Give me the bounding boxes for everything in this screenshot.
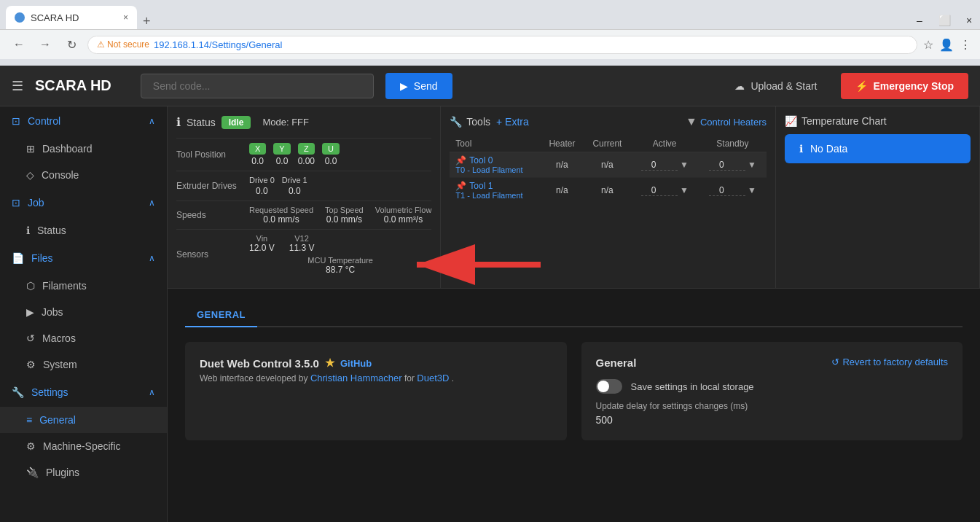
u-coord-block: U 0.0	[322, 143, 340, 166]
tool-position-label: Tool Position	[176, 149, 249, 160]
plugins-icon: 🔌	[26, 467, 39, 478]
back-button[interactable]: ←	[9, 34, 29, 55]
tool1-standby-dropdown[interactable]: ▼	[748, 185, 756, 195]
settings-card-general: General ↺ Revert to factory defaults Sav…	[581, 342, 963, 440]
drive1-label: Drive 1	[282, 176, 307, 184]
tool1-sub[interactable]: T1 - Load Filament	[455, 191, 534, 200]
sidebar-item-console[interactable]: ◇ Console	[0, 162, 167, 188]
dropdown-arrow: ▼	[686, 115, 697, 128]
close-button[interactable]: ×	[958, 12, 980, 29]
tool1-active-input[interactable]	[641, 185, 678, 196]
extruder-values: Drive 0 0.0 Drive 1 0.0	[249, 176, 431, 196]
filaments-label: Filaments	[42, 280, 87, 292]
settings-tab-general[interactable]: GENERAL	[185, 303, 257, 327]
send-code-input[interactable]	[141, 74, 374, 98]
sidebar-item-filaments[interactable]: ⬡ Filaments	[0, 273, 167, 299]
sidebar-group-settings[interactable]: 🔧 Settings ∧	[0, 378, 167, 407]
tool0-active-input[interactable]	[641, 160, 678, 171]
forward-button[interactable]: →	[35, 34, 55, 55]
update-delay-label: Update delay for settings changes (ms)	[596, 401, 949, 411]
machine-label: Machine-Specific	[43, 440, 121, 452]
settings-chevron: ∧	[149, 387, 155, 397]
sensors-label: Sensors	[176, 249, 249, 260]
tool1-cell: 📌 Tool 1 T1 - Load Filament	[450, 178, 540, 203]
not-secure-label: ⚠ Not secure	[97, 39, 149, 50]
sidebar-group-files[interactable]: 📄 Files ∧	[0, 244, 167, 273]
v12-block: V12 11.3 V	[289, 234, 315, 253]
sidebar-item-machine-specific[interactable]: ⚙ Machine-Specific	[0, 433, 167, 459]
general-icon: ≡	[26, 414, 32, 426]
new-tab-button[interactable]: +	[137, 14, 157, 29]
tool0-sub[interactable]: T0 - Load Filament	[455, 165, 534, 174]
author-link[interactable]: Christian Hammacher	[310, 373, 402, 383]
tools-table: Tool Heater Current Active Standby	[450, 136, 767, 203]
sidebar-item-plugins[interactable]: 🔌 Plugins	[0, 459, 167, 486]
sidebar-group-job[interactable]: ⊡ Job ∧	[0, 188, 167, 217]
control-heaters-button[interactable]: Control Heaters	[700, 117, 767, 128]
col-tool: Tool	[450, 136, 540, 152]
browser-tab[interactable]: SCARA HD ×	[6, 6, 137, 29]
browser-chrome: SCARA HD × + – ⬜ × ← → ↻ ⚠ Not secure 19…	[0, 0, 980, 66]
profile-button[interactable]: 👤	[939, 38, 954, 52]
z-coord-button[interactable]: Z	[298, 143, 315, 155]
settings-section: GENERAL Duet Web Control 3.5.0 ★ GitHub …	[168, 289, 980, 522]
address-bar[interactable]: ⚠ Not secure 192.168.1.14/Settings/Gener…	[87, 36, 917, 54]
temp-panel: 📈 Temperature Chart ℹ No Data	[776, 106, 980, 288]
tool0-active-dropdown[interactable]: ▼	[680, 160, 689, 170]
main-layout: ⊡ Control ∧ ⊞ Dashboard ◇ Console ⊡ Job …	[0, 106, 980, 522]
emergency-stop-button[interactable]: ⚡ Emergency Stop	[841, 73, 968, 99]
col-current: Current	[584, 136, 630, 152]
settings-card-dwc: Duet Web Control 3.5.0 ★ GitHub Web inte…	[185, 342, 567, 440]
tool0-standby-dropdown[interactable]: ▼	[748, 160, 756, 170]
tool0-current: n/a	[584, 152, 630, 178]
tool1-active-dropdown[interactable]: ▼	[680, 185, 689, 195]
vol-flow-value: 0.0 mm³/s	[384, 214, 423, 225]
hamburger-icon[interactable]: ☰	[12, 78, 23, 94]
tool0-standby-input[interactable]	[709, 160, 745, 171]
sidebar-item-dashboard[interactable]: ⊞ Dashboard	[0, 136, 167, 162]
tab-title: SCARA HD	[31, 12, 79, 23]
card2-title: General	[596, 357, 637, 369]
job-icon: ⊡	[12, 197, 20, 209]
sidebar-item-jobs[interactable]: ▶ Jobs	[0, 299, 167, 325]
github-link[interactable]: GitHub	[340, 358, 372, 369]
u-coord-button[interactable]: U	[322, 143, 340, 155]
menu-button[interactable]: ⋮	[960, 38, 971, 52]
chart-icon: 📈	[785, 115, 797, 127]
plugins-label: Plugins	[46, 467, 79, 478]
card1-subtitle: Web interface developed by Christian Ham…	[200, 373, 552, 383]
req-speed-label: Requested Speed	[249, 206, 313, 214]
no-data-box: ℹ No Data	[785, 134, 971, 163]
req-speed-value: 0.0 mm/s	[263, 214, 299, 225]
y-coord-button[interactable]: Y	[273, 143, 290, 155]
tool0-standby-cell: ▼	[699, 152, 767, 178]
sidebar-item-general[interactable]: ≡ General	[0, 407, 167, 433]
tool1-standby-input[interactable]	[709, 185, 745, 196]
sidebar-item-macros[interactable]: ↺ Macros	[0, 325, 167, 351]
sidebar-item-status[interactable]: ℹ Status	[0, 217, 167, 244]
tab-close-button[interactable]: ×	[123, 12, 128, 23]
upload-start-button[interactable]: ☁ Upload & Start	[723, 73, 828, 99]
sidebar-group-control[interactable]: ⊡ Control ∧	[0, 106, 167, 136]
y-value: 0.0	[276, 156, 289, 166]
send-icon: ▶	[400, 80, 408, 92]
maximize-button[interactable]: ⬜	[933, 12, 955, 29]
x-coord-button[interactable]: X	[249, 143, 266, 155]
jobs-icon: ▶	[26, 306, 34, 318]
browser-actions: ☆ 👤 ⋮	[923, 38, 971, 52]
revert-link[interactable]: ↺ Revert to factory defaults	[831, 357, 948, 367]
status-icon: ℹ	[26, 225, 30, 236]
project-link[interactable]: Duet3D	[417, 373, 449, 383]
bookmark-button[interactable]: ☆	[923, 38, 933, 52]
minimize-button[interactable]: –	[909, 12, 930, 29]
toggle-save-settings[interactable]	[596, 379, 622, 394]
no-data-icon: ℹ	[799, 143, 803, 155]
wrench-icon: 🔧	[450, 116, 462, 128]
refresh-button[interactable]: ↻	[61, 34, 82, 55]
mode-label: Mode: FFF	[262, 117, 309, 128]
send-button[interactable]: ▶ Send	[385, 73, 452, 99]
tool0-active-cell: ▼	[631, 152, 699, 178]
extra-button[interactable]: + Extra	[496, 116, 529, 128]
sidebar-item-system[interactable]: ⚙ System	[0, 351, 167, 378]
tools-header: 🔧 Tools + Extra ▼ Control Heaters	[450, 115, 767, 128]
